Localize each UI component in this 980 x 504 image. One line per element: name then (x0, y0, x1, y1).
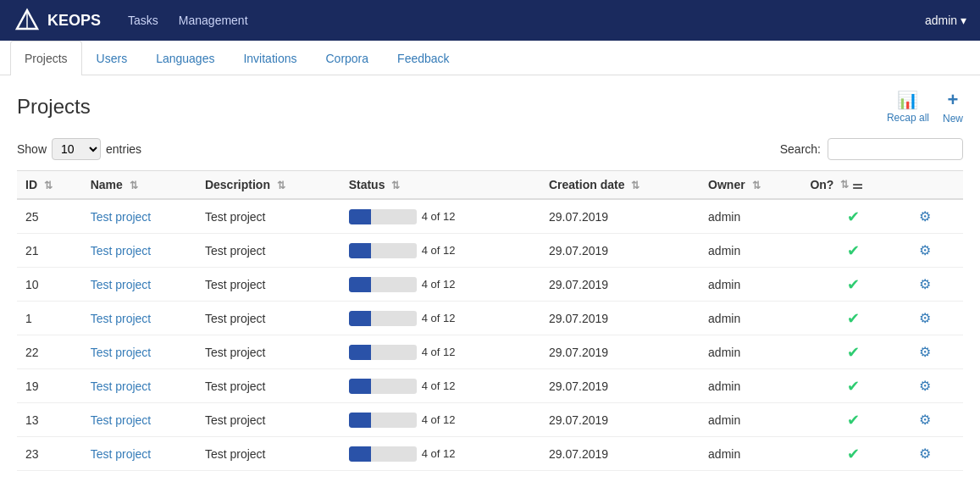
navbar-user[interactable]: admin (925, 14, 966, 27)
gear-button[interactable]: ⚙ (914, 444, 936, 463)
page-header: Projects 📊 Recap all + New (17, 89, 963, 125)
progress-bar-wrap (349, 311, 417, 326)
projects-table: ID ⇅ Name ⇅ Description ⇅ Status ⇅ Creat… (17, 170, 963, 471)
gear-icon: ⚙ (919, 345, 931, 359)
project-name-link[interactable]: Test project (91, 244, 152, 258)
project-name-link[interactable]: Test project (91, 312, 152, 325)
brand[interactable]: KEOPS (14, 7, 101, 34)
gear-button[interactable]: ⚙ (914, 308, 936, 328)
gear-button[interactable]: ⚙ (914, 376, 936, 396)
nav-management[interactable]: Management (179, 14, 248, 27)
header-actions: 📊 Recap all + New (887, 89, 963, 125)
recap-all-button[interactable]: 📊 Recap all (887, 90, 929, 124)
col-status[interactable]: Status ⇅ (341, 171, 540, 200)
new-project-button[interactable]: + New (943, 89, 963, 125)
table-row: 22Test projectTest project 4 of 12 29.07… (17, 335, 963, 369)
progress-bar-container: 4 of 12 (349, 446, 532, 462)
table-head: ID ⇅ Name ⇅ Description ⇅ Status ⇅ Creat… (17, 171, 963, 200)
project-name-link[interactable]: Test project (91, 413, 152, 427)
cell-owner: admin (700, 199, 801, 234)
cell-status: 4 of 12 (341, 268, 540, 302)
cell-owner: admin (700, 437, 801, 471)
gear-icon: ⚙ (919, 379, 931, 393)
progress-bar-fill (349, 379, 371, 394)
col-name[interactable]: Name ⇅ (82, 171, 197, 200)
progress-bar-wrap (349, 345, 417, 360)
progress-bar-fill (349, 311, 371, 326)
cell-name: Test project (82, 437, 197, 471)
cell-name: Test project (82, 403, 197, 437)
page-content: Projects 📊 Recap all + New Show 10 25 50… (0, 75, 980, 485)
logo-icon (14, 7, 41, 34)
project-name-link[interactable]: Test project (91, 379, 152, 393)
progress-bar-fill (349, 209, 371, 224)
cell-on: ✔ (801, 369, 905, 403)
project-name-link[interactable]: Test project (91, 278, 152, 291)
gear-icon: ⚙ (919, 446, 931, 461)
nav-tasks[interactable]: Tasks (128, 14, 158, 27)
col-id[interactable]: ID ⇅ (17, 171, 82, 200)
tab-invitations[interactable]: Invitations (229, 41, 311, 75)
gear-button[interactable]: ⚙ (914, 241, 936, 260)
progress-label: 4 of 12 (422, 379, 456, 392)
gear-button[interactable]: ⚙ (914, 207, 936, 226)
filter-icon: ⚌ (852, 178, 863, 191)
tab-corpora[interactable]: Corpora (311, 41, 383, 75)
cell-on: ✔ (801, 199, 905, 234)
col-owner[interactable]: Owner ⇅ (700, 171, 801, 200)
tab-projects[interactable]: Projects (10, 41, 82, 75)
cell-id: 13 (17, 403, 82, 437)
cell-on: ✔ (801, 268, 905, 302)
cell-actions: ⚙ (905, 268, 963, 302)
navbar: KEOPS Tasks Management admin (0, 0, 980, 41)
tab-languages[interactable]: Languages (141, 41, 229, 75)
cell-on: ✔ (801, 437, 905, 471)
cell-actions: ⚙ (905, 335, 963, 369)
cell-id: 23 (17, 437, 82, 471)
table-row: 21Test projectTest project 4 of 12 29.07… (17, 234, 963, 268)
sort-on-icon: ⇅ (840, 179, 849, 191)
cell-status: 4 of 12 (341, 437, 540, 471)
search-input[interactable] (828, 138, 963, 160)
cell-owner: admin (700, 302, 801, 335)
progress-bar-container: 4 of 12 (349, 311, 532, 326)
cell-status: 4 of 12 (341, 403, 540, 437)
tab-feedback[interactable]: Feedback (383, 41, 463, 75)
check-icon: ✔ (810, 309, 897, 328)
entries-select[interactable]: 10 25 50 100 (52, 138, 101, 160)
progress-bar-container: 4 of 12 (349, 413, 532, 428)
show-label: Show (17, 142, 47, 156)
progress-bar-container: 4 of 12 (349, 379, 532, 394)
progress-label: 4 of 12 (422, 346, 456, 358)
cell-description: Test project (197, 335, 341, 369)
col-on[interactable]: On? ⇅ ⚌ (801, 171, 905, 200)
project-name-link[interactable]: Test project (91, 447, 152, 461)
col-description[interactable]: Description ⇅ (197, 171, 341, 200)
gear-button[interactable]: ⚙ (914, 274, 936, 294)
cell-status: 4 of 12 (341, 302, 540, 335)
tab-users[interactable]: Users (82, 41, 142, 75)
project-name-link[interactable]: Test project (91, 346, 152, 359)
col-date[interactable]: Creation date ⇅ (540, 171, 700, 200)
cell-owner: admin (700, 268, 801, 302)
gear-button[interactable]: ⚙ (914, 342, 936, 362)
progress-bar-container: 4 of 12 (349, 243, 532, 258)
cell-date: 29.07.2019 (540, 369, 700, 403)
gear-button[interactable]: ⚙ (914, 410, 936, 429)
table-row: 25Test projectTest project 4 of 12 29.07… (17, 199, 963, 234)
table-row: 23Test projectTest project 4 of 12 29.07… (17, 437, 963, 471)
sort-name-icon: ⇅ (130, 180, 138, 191)
cell-date: 29.07.2019 (540, 199, 700, 234)
cell-date: 29.07.2019 (540, 268, 700, 302)
cell-status: 4 of 12 (341, 199, 540, 234)
cell-description: Test project (197, 369, 341, 403)
cell-name: Test project (82, 234, 197, 268)
cell-name: Test project (82, 268, 197, 302)
progress-label: 4 of 12 (422, 244, 456, 257)
progress-bar-container: 4 of 12 (349, 277, 532, 292)
cell-date: 29.07.2019 (540, 234, 700, 268)
cell-on: ✔ (801, 335, 905, 369)
page-title: Projects (17, 95, 91, 119)
project-name-link[interactable]: Test project (91, 210, 152, 224)
cell-id: 10 (17, 268, 82, 302)
